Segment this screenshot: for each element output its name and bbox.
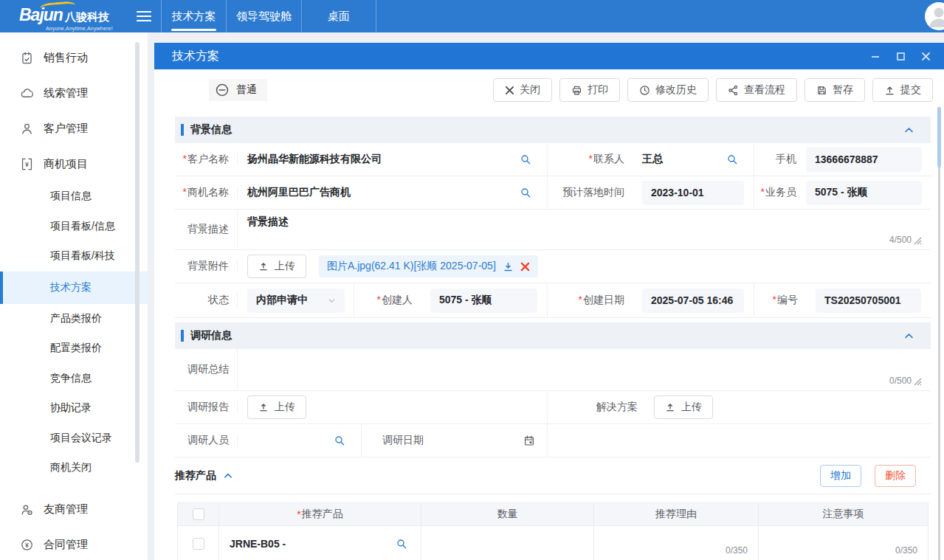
menu-toggle-icon[interactable] xyxy=(127,0,161,32)
history-button[interactable]: 修改历史 xyxy=(627,78,709,102)
survey-person-field[interactable] xyxy=(238,424,362,457)
sidebar-item-tech-proposal[interactable]: 技术方案 xyxy=(0,272,148,304)
section-survey-header: 调研信息 xyxy=(175,322,931,349)
number-value[interactable]: TS20250705001 xyxy=(816,288,921,313)
summary-char-counter: 0/500 xyxy=(889,376,912,386)
close-button[interactable]: 关闭 xyxy=(493,78,552,102)
upload-button[interactable]: 上传 xyxy=(247,255,306,278)
opportunity-name-field[interactable]: 杭州阿里巴巴广告商机 xyxy=(238,176,548,209)
window-toolbar: 关闭 打印 修改历史 查看流程 xyxy=(493,78,933,102)
clock-icon xyxy=(639,85,650,96)
tab-tech-proposal[interactable]: 技术方案 xyxy=(161,0,226,32)
tab-desktop[interactable]: 桌面 xyxy=(301,0,376,32)
window-scrollbar-thumb[interactable] xyxy=(937,107,941,167)
share-icon xyxy=(728,85,739,96)
salesman-value[interactable]: 5075 - 张顺 xyxy=(806,181,922,205)
resize-grip-icon[interactable] xyxy=(913,236,922,245)
sidebar-item-customers[interactable]: 客户管理 xyxy=(0,111,148,146)
window-title: 技术方案 xyxy=(172,49,219,64)
search-icon[interactable] xyxy=(396,538,407,550)
print-button[interactable]: 打印 xyxy=(559,78,620,102)
row-checkbox[interactable] xyxy=(193,538,204,550)
sidebar-item-sales-action[interactable]: 销售行动 xyxy=(0,40,148,75)
upload-icon xyxy=(884,85,895,96)
search-icon[interactable] xyxy=(520,153,531,165)
submit-button[interactable]: 提交 xyxy=(872,78,933,102)
contact-label: *联系人 xyxy=(548,153,633,166)
chevron-up-icon[interactable] xyxy=(903,125,914,136)
sidebar-item-meeting-record[interactable]: 项目会议记录 xyxy=(0,424,148,454)
minimize-icon[interactable] xyxy=(870,51,881,61)
landing-date-label: 预计落地时间 xyxy=(548,186,633,199)
save-draft-button[interactable]: 暂存 xyxy=(805,78,865,102)
landing-date-value[interactable]: 2023-10-01 xyxy=(642,181,744,205)
search-icon[interactable] xyxy=(520,187,531,198)
mobile-field: 13666678887 xyxy=(805,143,931,176)
survey-summary-textarea[interactable]: 0/500 xyxy=(238,349,931,390)
select-all-checkbox[interactable] xyxy=(193,508,204,520)
attachment-file-name[interactable]: 图片A.jpg(62.41 K)[张顺 2025-07-05] xyxy=(327,260,496,273)
sidebar-item-opportunity-close[interactable]: 商机关闭 xyxy=(0,453,148,483)
sidebar-item-opportunities[interactable]: ¥ 商机项目 xyxy=(0,146,148,182)
close-window-icon[interactable] xyxy=(921,52,931,61)
printer-icon xyxy=(571,85,582,96)
status-label: 状态 xyxy=(175,294,238,307)
maximize-icon[interactable] xyxy=(896,52,906,61)
creator-field: 5075 - 张顺 xyxy=(421,283,548,317)
upload-button[interactable]: 上传 xyxy=(654,395,713,419)
window-scrollbar-track[interactable] xyxy=(938,107,940,560)
chevron-up-icon[interactable] xyxy=(903,331,914,342)
add-product-button[interactable]: 增加 xyxy=(820,465,861,487)
background-attach-field: 上传 图片A.jpg(62.41 K)[张顺 2025-07-05] xyxy=(238,250,931,283)
note-field[interactable]: 0/350 xyxy=(759,526,928,560)
upload-button[interactable]: 上传 xyxy=(247,395,306,419)
chevron-up-icon[interactable] xyxy=(223,471,233,481)
status-value: 内部申请中 xyxy=(256,294,308,307)
sidebar-item-project-info[interactable]: 项目信息 xyxy=(0,182,148,212)
resize-grip-icon[interactable] xyxy=(913,377,922,386)
view-flow-button[interactable]: 查看流程 xyxy=(716,78,797,102)
download-icon[interactable] xyxy=(503,261,514,272)
sidebar-item-partners[interactable]: 友商管理 xyxy=(0,492,148,528)
created-date-value[interactable]: 2025-07-05 16:46 xyxy=(642,288,744,313)
sidebar-item-board-tech[interactable]: 项目看板/科技 xyxy=(0,241,148,272)
sidebar-scrollbar[interactable] xyxy=(135,42,139,463)
sidebar-item-product-quote[interactable]: 产品类报价 xyxy=(0,304,148,334)
section-products-header: 推荐产品 增加 删除 xyxy=(175,457,931,494)
delete-product-button[interactable]: 删除 xyxy=(875,465,916,487)
sidebar-item-contracts[interactable]: ¥ 合同管理 xyxy=(0,528,148,560)
contact-value: 王总 xyxy=(642,153,663,166)
user-avatar[interactable] xyxy=(925,2,944,30)
remove-attachment-icon[interactable] xyxy=(520,262,530,272)
background-attach-label: 背景附件 xyxy=(175,260,238,273)
mobile-value[interactable]: 13666678887 xyxy=(806,148,922,172)
search-icon[interactable] xyxy=(334,435,345,446)
survey-date-field[interactable] xyxy=(432,424,548,457)
sidebar: 销售行动 线索管理 客户管理 ¥ 商机项目 项目信息 项目看板/信息 项目看板/… xyxy=(0,32,148,560)
top-navbar: Bajun 八骏科技 Anyone,Anytime,Anywhere! 技术方案… xyxy=(0,0,944,32)
search-icon[interactable] xyxy=(726,153,738,165)
sidebar-item-leads[interactable]: 线索管理 xyxy=(0,75,148,111)
tab-leader-cockpit[interactable]: 领导驾驶舱 xyxy=(226,0,301,32)
creator-value[interactable]: 5075 - 张顺 xyxy=(430,288,537,313)
product-field[interactable]: JRNE-B05 - xyxy=(219,526,421,560)
calendar-icon[interactable] xyxy=(523,435,535,446)
background-desc-textarea[interactable]: 背景描述 4/500 xyxy=(238,210,931,249)
section-background-title: 背景信息 xyxy=(190,123,232,136)
sidebar-item-assist-record[interactable]: 协助记录 xyxy=(0,393,148,424)
reason-char-counter: 0/350 xyxy=(726,545,748,556)
survey-report-field: 上传 xyxy=(238,391,548,424)
created-date-field: 2025-07-05 16:46 xyxy=(633,283,754,317)
sidebar-item-competition-info[interactable]: 竞争信息 xyxy=(0,364,148,394)
close-icon xyxy=(505,86,514,95)
status-select[interactable]: 内部申请中 xyxy=(247,288,345,313)
col-reason-header: 推荐理由 xyxy=(594,503,759,525)
salesman-field: 5075 - 张顺 xyxy=(805,176,931,209)
sidebar-item-config-quote[interactable]: 配置类报价 xyxy=(0,333,148,364)
customer-name-field[interactable]: 扬州晶华新能源科技有限公司 xyxy=(238,143,548,176)
qty-field[interactable] xyxy=(421,526,594,560)
sidebar-item-board-info[interactable]: 项目看板/信息 xyxy=(0,212,148,242)
priority-badge[interactable]: 普通 xyxy=(209,79,267,101)
contact-field[interactable]: 王总 xyxy=(633,143,754,176)
reason-field[interactable]: 0/350 xyxy=(594,526,759,560)
